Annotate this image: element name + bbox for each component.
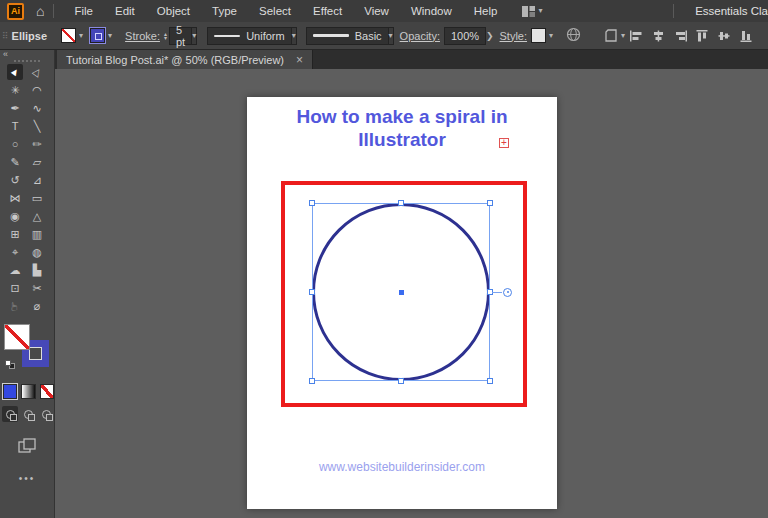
- graphic-style-link[interactable]: Style:: [500, 30, 528, 42]
- tool-type[interactable]: T: [7, 118, 23, 134]
- fill-color-picker[interactable]: ▾: [61, 28, 83, 43]
- panel-grip-icon[interactable]: ⠿: [2, 31, 8, 41]
- tool-width[interactable]: ⋈: [7, 190, 23, 206]
- tool-hand[interactable]: ☞: [7, 298, 23, 314]
- tool-shape-builder[interactable]: ◉: [7, 208, 23, 224]
- gradient-button[interactable]: [21, 384, 35, 399]
- tool-magic-wand[interactable]: ✳: [7, 82, 23, 98]
- menu-type[interactable]: Type: [201, 5, 248, 17]
- stroke-color-picker[interactable]: ▾: [90, 28, 112, 43]
- gradient-tool-icon: ▥: [32, 229, 42, 240]
- arrange-documents-icon[interactable]: ▾: [522, 6, 542, 17]
- tool-selection[interactable]: ►: [7, 64, 23, 80]
- fill-none-swatch[interactable]: [61, 28, 76, 43]
- width-tool-icon: ⋈: [10, 193, 21, 204]
- tool-free-transform[interactable]: ▭: [29, 190, 45, 206]
- tool-lasso[interactable]: ◠: [29, 82, 45, 98]
- globe-icon[interactable]: [566, 27, 581, 44]
- circle-selection[interactable]: [312, 203, 490, 381]
- selection-handle[interactable]: [309, 378, 315, 384]
- tool-zoom[interactable]: ⌀: [29, 298, 45, 314]
- vertical-align-center-icon[interactable]: [717, 29, 732, 43]
- canvas-area[interactable]: How to make a spiral in Illustrator + ww…: [55, 69, 768, 518]
- none-button[interactable]: [40, 384, 54, 399]
- stroke-weight-dropdown[interactable]: ▾: [192, 27, 197, 45]
- graphic-style-picker[interactable]: ▾: [531, 28, 553, 43]
- tool-rotate[interactable]: ↺: [7, 172, 23, 188]
- menu-edit[interactable]: Edit: [104, 5, 146, 17]
- artboard-title-text[interactable]: How to make a spiral in Illustrator: [247, 105, 557, 151]
- brush-definition-select[interactable]: Basic: [306, 27, 389, 45]
- menu-object[interactable]: Object: [146, 5, 201, 17]
- width-profile-dropdown[interactable]: ▾: [292, 27, 297, 45]
- default-fill-stroke-icon[interactable]: [5, 360, 15, 369]
- title-line-2: Illustrator: [247, 128, 557, 151]
- tool-eraser[interactable]: ▱: [29, 154, 45, 170]
- panel-grip[interactable]: [14, 60, 40, 62]
- graphic-style-swatch[interactable]: [531, 28, 546, 43]
- change-screen-mode-icon[interactable]: [18, 438, 54, 457]
- document-options-icon[interactable]: ▾: [605, 29, 625, 42]
- horizontal-align-left-icon[interactable]: [629, 29, 644, 43]
- stroke-color-swatch[interactable]: [90, 28, 105, 43]
- tool-column-graph[interactable]: ▙: [29, 262, 45, 278]
- illustrator-logo-icon[interactable]: Ai: [7, 3, 24, 20]
- tool-line-segment[interactable]: ╲: [29, 118, 45, 134]
- tool-pen[interactable]: ✒: [7, 100, 23, 116]
- stroke-weight-input[interactable]: 5 pt: [169, 27, 192, 45]
- tool-curvature[interactable]: ∿: [29, 100, 45, 116]
- menu-window[interactable]: Window: [400, 5, 463, 17]
- selection-handle[interactable]: [309, 289, 315, 295]
- collapse-panel-icon[interactable]: «: [3, 50, 8, 59]
- tool-gradient[interactable]: ▥: [29, 226, 45, 242]
- tool-perspective-grid[interactable]: △: [29, 208, 45, 224]
- menu-file[interactable]: File: [63, 5, 104, 17]
- tool-mesh[interactable]: ⊞: [7, 226, 23, 242]
- draw-behind-button[interactable]: [20, 406, 36, 422]
- document-tab-strip: Tutorial Blog Post.ai* @ 50% (RGB/Previe…: [55, 50, 768, 69]
- artboard[interactable]: How to make a spiral in Illustrator + ww…: [247, 97, 557, 509]
- tool-blend[interactable]: ◍: [29, 244, 45, 260]
- draw-inside-button[interactable]: [38, 406, 54, 422]
- stroke-panel-link[interactable]: Stroke:: [125, 30, 160, 42]
- close-tab-icon[interactable]: ×: [296, 54, 303, 66]
- tool-ellipse[interactable]: ○: [7, 136, 23, 152]
- menu-help[interactable]: Help: [463, 5, 509, 17]
- tool-slice[interactable]: ✂: [29, 280, 45, 296]
- rotation-widget-icon[interactable]: [503, 288, 512, 297]
- menu-effect[interactable]: Effect: [302, 5, 353, 17]
- opacity-chevron-icon[interactable]: ❯: [486, 27, 494, 45]
- home-icon[interactable]: ⌂: [36, 4, 44, 18]
- vertical-align-top-icon[interactable]: [695, 29, 710, 43]
- color-button[interactable]: [3, 384, 17, 399]
- center-point[interactable]: [399, 290, 404, 295]
- workspace-switcher[interactable]: Essentials Cla: [664, 0, 768, 22]
- fill-proxy-swatch[interactable]: [4, 324, 30, 350]
- selection-handle[interactable]: [487, 378, 493, 384]
- tool-direct-selection[interactable]: ▷: [29, 64, 45, 80]
- stroke-weight-stepper[interactable]: ▴▾: [164, 32, 167, 40]
- tool-eyedropper[interactable]: ⌖: [7, 244, 23, 260]
- document-tab[interactable]: Tutorial Blog Post.ai* @ 50% (RGB/Previe…: [57, 50, 313, 69]
- draw-normal-button[interactable]: [2, 406, 18, 422]
- selection-handle[interactable]: [309, 200, 315, 206]
- tool-artboard[interactable]: ⊡: [7, 280, 23, 296]
- opacity-input[interactable]: 100%: [444, 27, 486, 45]
- opacity-panel-link[interactable]: Opacity:: [400, 30, 440, 42]
- brush-definition-dropdown[interactable]: ▾: [389, 27, 394, 45]
- edit-toolbar-ellipsis[interactable]: •••: [0, 473, 54, 484]
- tool-symbol-sprayer[interactable]: ☁: [7, 262, 23, 278]
- tool-scale[interactable]: ⊿: [29, 172, 45, 188]
- menu-select[interactable]: Select: [248, 5, 302, 17]
- text-overset-indicator-icon[interactable]: +: [499, 138, 509, 148]
- horizontal-align-center-icon[interactable]: [651, 29, 666, 43]
- width-profile-select[interactable]: Uniform: [207, 27, 292, 45]
- selection-handle[interactable]: [487, 200, 493, 206]
- tool-shaper[interactable]: ✎: [7, 154, 23, 170]
- selection-handle[interactable]: [398, 378, 404, 384]
- menu-view[interactable]: View: [353, 5, 400, 17]
- horizontal-align-right-icon[interactable]: [673, 29, 688, 43]
- vertical-align-bottom-icon[interactable]: [739, 29, 754, 43]
- selection-handle[interactable]: [398, 200, 404, 206]
- tool-paintbrush[interactable]: ✏: [29, 136, 45, 152]
